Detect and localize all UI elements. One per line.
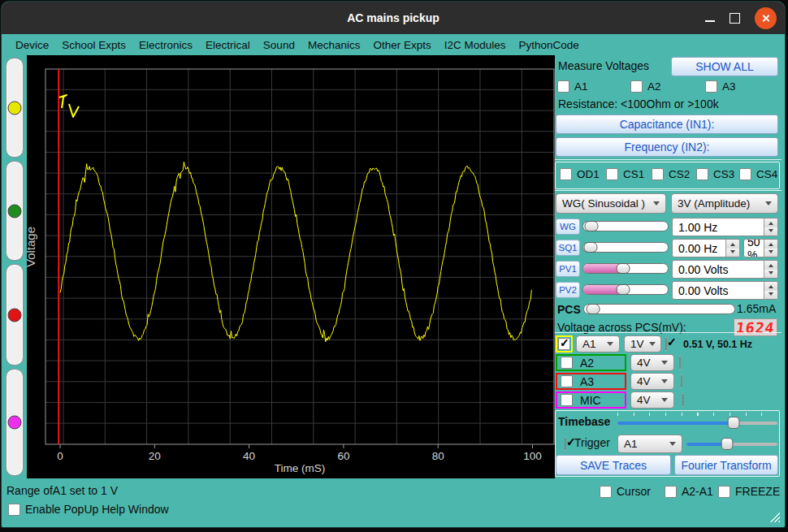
wg-spin-arrows[interactable] [764, 218, 777, 236]
minimize-button[interactable] [705, 14, 715, 22]
pv2-button[interactable]: PV2 [556, 282, 580, 298]
cs2-label: CS2 [669, 168, 690, 180]
cs4-checkbox[interactable] [739, 168, 751, 180]
close-button[interactable] [755, 7, 777, 29]
a1-enable-checkbox[interactable] [558, 338, 570, 350]
capacitance-button[interactable]: Capacitance (IN1): [556, 115, 778, 134]
help-checkbox[interactable] [8, 504, 20, 516]
menu-mechanics[interactable]: Mechanics [301, 34, 367, 55]
a2-range-select[interactable]: 4V [630, 354, 674, 371]
menu-other-expts[interactable]: Other Expts [366, 34, 437, 55]
spin-down-icon[interactable] [764, 291, 777, 300]
pv1-slider-handle[interactable] [617, 263, 630, 274]
trigger-checkbox[interactable] [565, 437, 566, 451]
mic-fit-checkbox[interactable] [682, 393, 684, 407]
sq1-slider[interactable] [582, 242, 669, 253]
offset-slider-a3[interactable] [6, 264, 24, 365]
a2-enable-checkbox[interactable] [561, 357, 573, 369]
offset-slider-a2[interactable] [6, 161, 24, 261]
mic-enable-checkbox[interactable] [561, 394, 573, 406]
pv2-slider-handle[interactable] [617, 284, 630, 295]
wg-button[interactable]: WG [556, 218, 580, 235]
show-all-button[interactable]: SHOW ALL [671, 57, 778, 76]
frequency-button[interactable]: Frequency (IN2): [556, 137, 778, 157]
a3-fit-checkbox[interactable] [681, 374, 682, 388]
sq1-frequency-spinbox[interactable]: 0.00 Hz [672, 239, 740, 257]
od1-checkbox[interactable] [560, 168, 572, 180]
a2-fit-checkbox[interactable] [679, 356, 681, 370]
spin-up-icon[interactable] [764, 282, 777, 291]
close-icon [761, 14, 770, 23]
wg-amplitude-select[interactable]: 3V (Amplitude) [671, 193, 778, 214]
sq1-duty-spinbox[interactable]: 50 % [743, 239, 778, 257]
spin-down-icon[interactable] [726, 249, 739, 257]
offset-handle-mic[interactable] [8, 416, 22, 430]
pv2-spin-arrows[interactable] [764, 282, 777, 299]
sq1-spin-arrows[interactable] [725, 240, 739, 257]
menu-school-expts[interactable]: School Expts [55, 34, 132, 55]
spin-up-icon[interactable] [726, 240, 739, 249]
wg-frequency-spinbox[interactable]: 1.00 Hz [672, 218, 778, 236]
freeze-checkbox[interactable] [718, 486, 730, 498]
trigger-source-select[interactable]: A1 [617, 435, 682, 453]
x-tick-label: 40 [243, 450, 255, 462]
offset-slider-a1[interactable] [6, 58, 24, 158]
offset-slider-mic[interactable] [6, 369, 24, 476]
oscilloscope-plot[interactable]: 020406080100Time (mS)Voltage [27, 55, 556, 478]
resize-grip[interactable] [769, 511, 780, 522]
cs1-checkbox[interactable] [606, 168, 618, 180]
sq1-slider-handle[interactable] [584, 242, 598, 253]
trigger-handle[interactable] [721, 438, 734, 450]
menu-device[interactable]: Device [9, 34, 55, 55]
menu-electrical[interactable]: Electrical [199, 34, 257, 55]
trigger-level-slider[interactable] [686, 438, 777, 450]
a2-minus-a1-checkbox[interactable] [665, 486, 677, 498]
fourier-transform-button[interactable]: Fourier Transform [674, 455, 778, 475]
wg-shape-select[interactable]: WG( Sinusoidal ) [556, 193, 666, 214]
pv1-voltage-spinbox[interactable]: 0.00 Volts [672, 260, 778, 279]
sq1-duty-spin-arrows[interactable] [764, 240, 777, 257]
pv1-button[interactable]: PV1 [556, 261, 580, 277]
timebase-handle[interactable] [728, 417, 740, 429]
pcs-slider[interactable] [583, 304, 735, 314]
save-traces-button[interactable]: SAVE Traces [556, 455, 671, 475]
offset-handle-a2[interactable] [8, 204, 22, 218]
sq1-button[interactable]: SQ1 [556, 240, 580, 256]
pv1-slider[interactable] [582, 263, 669, 274]
menu-i2c-modules[interactable]: I2C Modules [438, 34, 513, 55]
measure-a1-checkbox[interactable] [557, 80, 569, 93]
spin-up-icon[interactable] [764, 218, 777, 227]
pcs-slider-handle[interactable] [587, 304, 600, 314]
pv1-spin-arrows[interactable] [764, 261, 777, 278]
cs3-checkbox[interactable] [696, 168, 708, 180]
measure-a3-checkbox[interactable] [705, 80, 717, 93]
cs2-checkbox[interactable] [652, 168, 664, 180]
a3-enable-checkbox[interactable] [561, 375, 573, 387]
spin-up-icon[interactable] [764, 261, 777, 270]
a1-range-select[interactable]: 1V [624, 335, 661, 353]
wg-slider-handle[interactable] [585, 221, 599, 231]
measure-a2-checkbox[interactable] [630, 80, 643, 93]
mic-range-select[interactable]: 4V [630, 391, 674, 409]
timebase-slider[interactable] [617, 417, 777, 429]
maximize-button[interactable] [730, 13, 740, 24]
cursor-checkbox[interactable] [600, 486, 612, 498]
a1-fit-checkbox[interactable] [665, 337, 667, 351]
a3-range-select[interactable]: 4V [630, 373, 674, 390]
menu-pythoncode[interactable]: PythonCode [513, 34, 586, 55]
a1-range-value: 1V [630, 338, 644, 350]
spin-down-icon[interactable] [764, 270, 777, 279]
spin-down-icon[interactable] [764, 249, 777, 257]
offset-handle-a1[interactable] [8, 101, 22, 115]
spin-up-icon[interactable] [764, 240, 777, 249]
pv2-slider[interactable] [582, 284, 669, 295]
wg-slider[interactable] [582, 221, 669, 231]
pv2-voltage-spinbox[interactable]: 0.00 Volts [672, 281, 778, 300]
a1-channel-select[interactable]: A1 [576, 335, 620, 353]
menu-sound[interactable]: Sound [257, 34, 301, 55]
pcs-slider-track[interactable] [583, 304, 735, 314]
menu-electronics[interactable]: Electronics [132, 34, 199, 55]
a2-channel-box: A2 [556, 354, 626, 371]
spin-down-icon[interactable] [764, 227, 777, 236]
offset-handle-a3[interactable] [8, 308, 22, 322]
